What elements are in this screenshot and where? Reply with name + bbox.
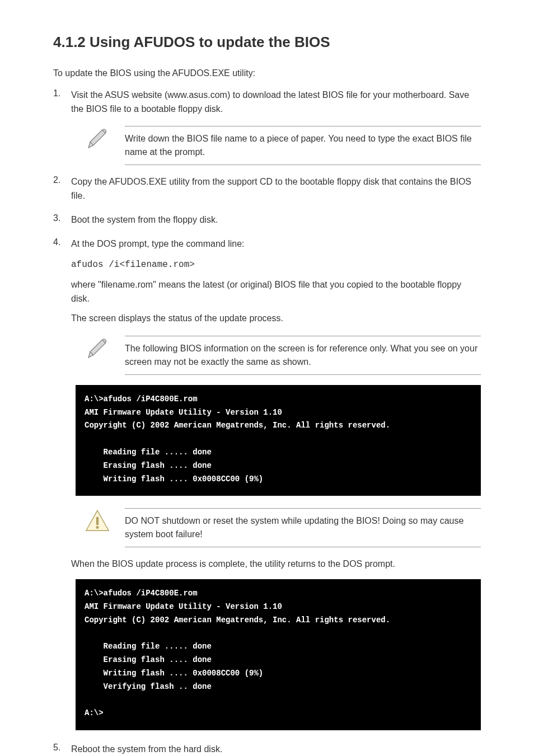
step-number: 5. — [53, 743, 64, 756]
note-text: The following BIOS information on the sc… — [125, 336, 481, 375]
caution-callout: DO NOT shutdown or reset the system whil… — [85, 508, 481, 547]
pencil-note-icon — [85, 126, 110, 152]
step-2: 2. Copy the AFUDOS.EXE utility from the … — [53, 175, 481, 203]
step-text: Visit the ASUS website (www.asus.com) to… — [71, 88, 481, 116]
step-number: 2. — [53, 175, 64, 203]
step-3: 3. Boot the system from the floppy disk. — [53, 213, 481, 227]
step-number: 1. — [53, 88, 64, 116]
step-number: 3. — [53, 213, 64, 227]
step-text: Copy the AFUDOS.EXE utility from the sup… — [71, 175, 481, 203]
svg-rect-0 — [96, 517, 99, 525]
step-text: Reboot the system from the hard disk. — [71, 743, 222, 756]
command-explanation: where "filename.rom" means the latest (o… — [71, 278, 481, 306]
intro-text: To update the BIOS using the AFUDOS.EXE … — [53, 67, 481, 81]
step-1: 1. Visit the ASUS website (www.asus.com)… — [53, 88, 481, 116]
post-text: When the BIOS update process is complete… — [71, 557, 481, 571]
terminal-output-2: A:\>afudos /iP4C800E.rom AMI Firmware Up… — [76, 579, 481, 730]
command-note: The screen displays the status of the up… — [71, 312, 481, 326]
step-text: Boot the system from the floppy disk. — [71, 213, 218, 227]
svg-point-1 — [96, 526, 99, 529]
warning-triangle-icon — [85, 508, 110, 534]
caution-text: DO NOT shutdown or reset the system whil… — [125, 508, 481, 547]
note-callout-2: The following BIOS information on the sc… — [85, 336, 481, 375]
page-title: 4.1.2 Using AFUDOS to update the BIOS — [53, 34, 481, 51]
terminal-output-1: A:\>afudos /iP4C800E.rom AMI Firmware Up… — [76, 385, 481, 496]
step-text: At the DOS prompt, type the command line… — [71, 237, 481, 326]
step-5: 5. Reboot the system from the hard disk. — [53, 743, 481, 756]
step-4: 4. At the DOS prompt, type the command l… — [53, 237, 481, 326]
pencil-note-icon — [85, 336, 110, 361]
command-line: afudos /i<filename.rom> — [71, 258, 481, 272]
step-text-inner: At the DOS prompt, type the command line… — [71, 239, 244, 248]
note-callout-1: Write down the BIOS file name to a piece… — [85, 126, 481, 165]
note-text: Write down the BIOS file name to a piece… — [125, 126, 481, 165]
step-number: 4. — [53, 237, 64, 326]
